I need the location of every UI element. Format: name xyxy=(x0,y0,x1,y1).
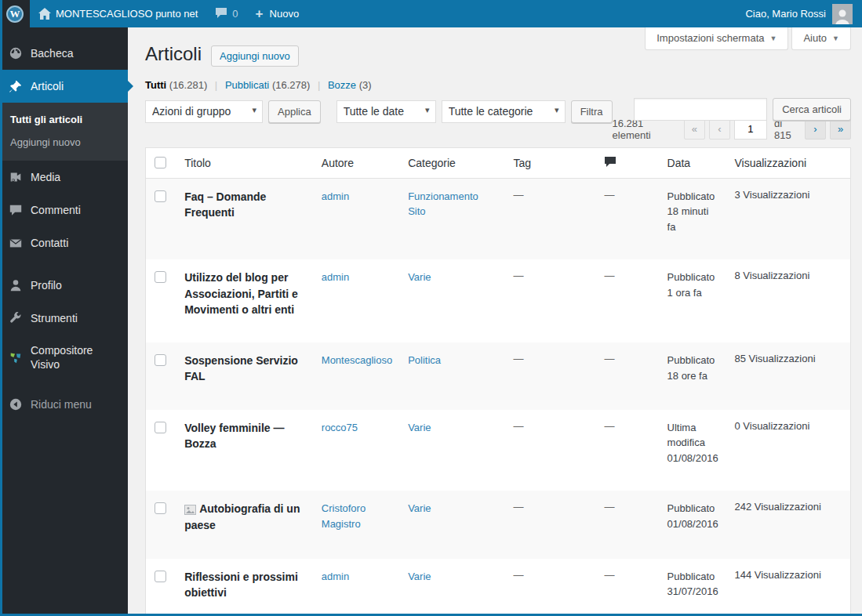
chevron-down-icon: ▼ xyxy=(770,34,777,42)
sidebar-item-riduci-menu[interactable]: Riduci menu xyxy=(0,388,128,421)
category-filter-select[interactable]: Tutte le categorie xyxy=(442,100,566,123)
sidebar-subitem-tutti-gli-articoli[interactable]: Tutti gli articoli xyxy=(0,108,128,131)
site-name: MONTESCAGLIOSO punto net xyxy=(56,8,198,20)
pin-icon xyxy=(8,78,24,94)
author-link[interactable]: Montescaglioso xyxy=(322,353,392,368)
column-header-autore: Autore xyxy=(314,147,400,178)
views-cell: 242 Visualizzazioni xyxy=(734,501,820,513)
category-link[interactable]: Varie xyxy=(408,420,431,436)
search-input[interactable] xyxy=(634,98,767,121)
row-checkbox[interactable] xyxy=(155,422,166,433)
admin-bar-comments-link[interactable]: 0 xyxy=(206,0,246,27)
view-pubblicati[interactable]: Pubblicati xyxy=(225,79,269,91)
add-new-button[interactable]: Aggiungi nuovo xyxy=(211,45,299,67)
user-icon xyxy=(8,277,24,293)
comments-cell: — xyxy=(604,420,614,432)
post-title-link[interactable]: Utilizzo del blog per Associazioni, Part… xyxy=(184,271,298,316)
sidebar: Bacheca Articoli Tutti gli articoli Aggi… xyxy=(0,27,128,616)
category-link[interactable]: Varie xyxy=(408,569,431,585)
image-format-icon xyxy=(184,505,196,517)
help-toggle[interactable]: Aiuto ▼ xyxy=(791,27,851,50)
author-link[interactable]: admin xyxy=(322,270,349,285)
author-link[interactable]: admin xyxy=(322,189,349,205)
post-title-link[interactable]: Sospensione Servizio FAL xyxy=(184,354,298,382)
window-edge-left xyxy=(0,0,2,616)
column-header-data[interactable]: Data xyxy=(660,147,727,178)
sidebar-item-profilo[interactable]: Profilo xyxy=(0,269,128,302)
views-cell: 3 Visualizzazioni xyxy=(734,189,809,201)
select-all-checkbox[interactable] xyxy=(155,157,166,168)
pagination: 16.281 elementi « ‹ di 815 › » xyxy=(613,118,851,141)
date-cell: Pubblicato 31/07/2016 xyxy=(667,569,719,600)
row-checkbox[interactable] xyxy=(155,571,166,582)
comments-cell: — xyxy=(604,270,614,281)
sidebar-item-bacheca[interactable]: Bacheca xyxy=(0,37,128,70)
category-link[interactable]: Funzionamento Sito xyxy=(408,189,497,219)
category-link[interactable]: Politica xyxy=(408,353,441,368)
view-count: (3) xyxy=(359,79,372,91)
main-content: Impostazioni schermata ▼ Aiuto ▼ Articol… xyxy=(128,27,862,616)
date-cell: Ultima modifica 01/08/2016 xyxy=(667,420,719,466)
sidebar-item-label: Bacheca xyxy=(31,46,73,60)
author-link[interactable]: Cristoforo Magistro xyxy=(322,501,392,531)
comments-cell: — xyxy=(604,189,614,201)
greeting-text[interactable]: Ciao, Mario Rossi xyxy=(745,8,826,20)
author-link[interactable]: rocco75 xyxy=(322,420,358,436)
admin-bar: W MONTESCAGLIOSO punto net 0 + Nuovo Cia… xyxy=(0,0,862,27)
new-content-button[interactable]: + Nuovo xyxy=(247,0,308,27)
apply-button[interactable]: Applica xyxy=(268,100,321,123)
post-title-link[interactable]: Faq – Domande Frequenti xyxy=(184,190,266,219)
site-name-link[interactable]: MONTESCAGLIOSO punto net xyxy=(30,0,206,27)
date-cell: Pubblicato 18 ore fa xyxy=(667,353,719,383)
category-link[interactable]: Varie xyxy=(408,501,431,516)
sidebar-item-articoli[interactable]: Articoli xyxy=(0,70,128,103)
column-header-titolo[interactable]: Titolo xyxy=(176,147,314,178)
column-header-visualizzazioni: Visualizzazioni xyxy=(726,147,850,178)
row-checkbox[interactable] xyxy=(155,502,166,514)
page-title: Articoli xyxy=(145,43,202,66)
first-page-button[interactable]: « xyxy=(684,118,705,140)
author-link[interactable]: admin xyxy=(322,569,349,585)
row-checkbox[interactable] xyxy=(155,271,166,283)
comment-icon xyxy=(8,202,24,218)
total-pages-label: di 815 xyxy=(774,118,798,141)
sidebar-item-label: Compositore Visivo xyxy=(31,343,120,371)
wrench-icon xyxy=(8,310,24,326)
post-title-link[interactable]: Volley femminile — Bozza xyxy=(184,422,284,450)
date-cell: Pubblicato 1 ora fa xyxy=(667,270,719,300)
view-tutti[interactable]: Tutti xyxy=(145,79,166,91)
date-filter-select[interactable]: Tutte le date xyxy=(336,100,436,123)
screen-options-toggle[interactable]: Impostazioni schermata ▼ xyxy=(645,27,788,50)
row-checkbox[interactable] xyxy=(155,190,166,202)
sidebar-item-label: Contatti xyxy=(31,236,68,250)
sidebar-item-media[interactable]: Media xyxy=(0,161,128,194)
prev-page-button[interactable]: ‹ xyxy=(709,118,730,140)
bulk-actions-select[interactable]: Azioni di gruppo xyxy=(145,100,263,123)
sidebar-item-commenti[interactable]: Commenti xyxy=(0,194,128,226)
post-title-link[interactable]: Riflessioni e prossimi obiettivi xyxy=(184,571,298,599)
avatar[interactable] xyxy=(832,4,853,24)
sidebar-item-contatti[interactable]: Contatti xyxy=(0,226,128,259)
sidebar-item-label: Strumenti xyxy=(31,311,78,325)
row-checkbox[interactable] xyxy=(155,354,166,366)
next-page-button[interactable]: › xyxy=(805,118,826,140)
sidebar-item-strumenti[interactable]: Strumenti xyxy=(0,302,128,335)
category-link[interactable]: Varie xyxy=(408,270,431,285)
sidebar-subitem-aggiungi-nuovo[interactable]: Aggiungi nuovo xyxy=(0,131,128,154)
table-row: Faq – Domande Frequenti admin Funzioname… xyxy=(146,178,851,259)
view-bozze[interactable]: Bozze xyxy=(328,79,356,91)
sidebar-item-compositore-visivo[interactable]: Compositore Visivo xyxy=(0,335,128,380)
last-page-button[interactable]: » xyxy=(830,118,851,140)
search-posts-button[interactable]: Cerca articoli xyxy=(773,98,851,121)
chevron-down-icon: ▼ xyxy=(832,34,839,42)
wordpress-menu-button[interactable]: W xyxy=(0,0,30,27)
comments-bubble-icon xyxy=(215,7,227,21)
current-page-input[interactable] xyxy=(734,118,767,140)
dashboard-icon xyxy=(8,45,24,61)
visual-composer-icon xyxy=(8,350,24,365)
comments-cell: — xyxy=(604,501,614,513)
post-title-link[interactable]: Autobiografia di un paese xyxy=(184,502,300,531)
filter-button[interactable]: Filtra xyxy=(571,100,613,123)
separator: | xyxy=(215,79,217,91)
wordpress-logo-icon: W xyxy=(6,5,24,23)
